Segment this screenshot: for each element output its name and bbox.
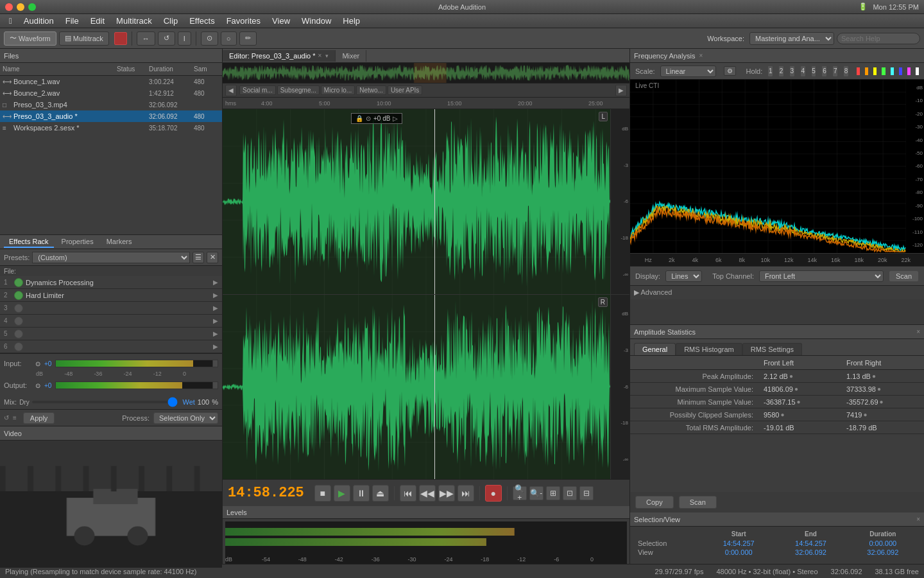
menu-effects[interactable]: Effects	[184, 15, 220, 27]
freq-scan-button[interactable]: Scan	[889, 270, 919, 282]
scale-select[interactable]: Linear Logarithmic	[660, 66, 716, 77]
zoom-selection-button[interactable]: ⊡	[563, 486, 577, 500]
effect-row-2[interactable]: 2 Hard Limiter ▶	[0, 289, 222, 302]
maximize-button[interactable]	[28, 3, 36, 11]
top-channel-waveform[interactable]: 🔒 ⊙ +0 dB ▷ L dB -3 -6 -18 -∞	[223, 109, 629, 295]
eject-button[interactable]: ⏏	[372, 485, 389, 502]
freq-close-icon[interactable]: ×	[699, 52, 703, 59]
menu-audition[interactable]: Audition	[19, 15, 59, 27]
waveform-ruler[interactable]: hms 4:00 5:00 10:00 15:00 20:00 25:00	[223, 98, 629, 109]
menu-file[interactable]: File	[60, 15, 84, 27]
editor-tab-arrow[interactable]: ▾	[325, 53, 329, 59]
presets-save-button[interactable]: ☰	[193, 252, 204, 263]
zoom-in-button[interactable]: 🔍+	[513, 486, 527, 500]
amp-tab-histogram[interactable]: RMS Histogram	[676, 343, 742, 355]
amp-tab-general[interactable]: General	[634, 343, 676, 355]
hold-btn-1[interactable]: 1	[767, 66, 773, 77]
list-icon[interactable]: ≡	[13, 414, 17, 421]
file-item-bounce2[interactable]: ⟷ Bounce_2.wav 1:42.912 480	[0, 87, 222, 99]
bottom-channel-waveform[interactable]: R dB -3 -6 -18 -∞	[223, 295, 629, 480]
amp-close-icon[interactable]: ×	[916, 328, 920, 335]
loop-icon[interactable]: ↺	[4, 414, 9, 421]
menu-apple[interactable]: 	[4, 15, 17, 27]
sel-close-icon[interactable]: ×	[916, 516, 920, 523]
menu-view[interactable]: View	[267, 15, 295, 27]
effect-power-button[interactable]	[14, 278, 23, 287]
display-select[interactable]: Lines Bars	[665, 270, 702, 282]
menu-favorites[interactable]: Favorites	[221, 15, 266, 27]
hold-btn-2[interactable]: 2	[778, 66, 784, 77]
mix-slider[interactable]	[32, 401, 178, 403]
waveform-overview[interactable]	[223, 63, 629, 83]
pause-button[interactable]: ⏸	[353, 485, 370, 502]
advanced-toggle[interactable]: ▶ Advanced	[634, 288, 672, 297]
tool-pencil[interactable]: ✏	[239, 31, 257, 46]
tab-markers[interactable]: Markers	[101, 236, 137, 248]
freq-settings-button[interactable]: ⚙	[724, 66, 736, 76]
frequency-graph[interactable]: Live CTI dB -10 -20 -30 -40 -50 -60 -70 …	[630, 80, 924, 253]
zoom-all-button[interactable]: ⊟	[579, 486, 594, 500]
menu-clip[interactable]: Clip	[158, 15, 183, 27]
nav-back-button[interactable]: ◀	[225, 85, 237, 96]
effect-row-1[interactable]: 1 Dynamics Processing ▶	[0, 276, 222, 289]
process-select[interactable]: Selection Only Entire File	[153, 412, 218, 424]
workspace-select[interactable]: Mastering and Ana...	[749, 32, 834, 45]
waveform-mode-button[interactable]: 〜 Waveform	[4, 31, 56, 46]
skip-end-button[interactable]: ⏭	[458, 485, 474, 502]
amp-tab-settings[interactable]: RMS Settings	[742, 343, 802, 355]
presets-select[interactable]: (Custom)	[32, 252, 190, 263]
skip-start-button[interactable]: ⏮	[400, 485, 416, 502]
tool-lasso[interactable]: ⊙	[201, 31, 218, 46]
effect-row-3[interactable]: 3 ▶	[0, 302, 222, 315]
prev-frame-button[interactable]: ◀◀	[419, 485, 436, 502]
editor-tab-close-icon[interactable]: ×	[318, 52, 322, 59]
top-channel-select[interactable]: Front Left Front Right	[759, 270, 884, 282]
hold-btn-8[interactable]: 8	[843, 66, 849, 77]
record-button[interactable]: ●	[485, 485, 502, 502]
file-item-audio-selected[interactable]: ⟷ Preso_03_3_audio * 32:06.092 480	[0, 110, 222, 122]
presets-delete-button[interactable]: ✕	[207, 252, 218, 263]
effect-row-5[interactable]: 5 ▶	[0, 328, 222, 340]
file-item-mp4[interactable]: □ Preso_03_3.mp4 32:06.092	[0, 99, 222, 110]
menu-help[interactable]: Help	[338, 15, 365, 27]
zoom-fit-button[interactable]: ⊞	[546, 486, 560, 500]
input-knob-icon[interactable]: ⊙	[35, 360, 40, 367]
hold-btn-3[interactable]: 3	[789, 66, 795, 77]
play-button[interactable]: ▶	[334, 485, 350, 502]
hold-btn-4[interactable]: 4	[800, 66, 806, 77]
next-frame-button[interactable]: ▶▶	[438, 485, 455, 502]
hold-btn-5[interactable]: 5	[811, 66, 817, 77]
effect-row-4[interactable]: 4 ▶	[0, 315, 222, 328]
output-knob-icon[interactable]: ⊙	[35, 382, 40, 389]
editor-tab-main[interactable]: Editor: Preso_03_3_audio * × ▾	[223, 50, 336, 62]
menu-edit[interactable]: Edit	[85, 15, 110, 27]
multitrack-mode-button[interactable]: ▤ Multitrack	[59, 31, 109, 46]
zoom-out-button[interactable]: 🔍-	[529, 486, 543, 500]
mixer-tab[interactable]: Mixer	[336, 50, 366, 62]
gain-expand-icon[interactable]: ▷	[393, 115, 398, 122]
menu-multitrack[interactable]: Multitrack	[111, 15, 157, 27]
close-button[interactable]	[5, 3, 13, 11]
effect-power-button[interactable]	[14, 291, 23, 300]
tool-selection[interactable]: ↔	[137, 31, 155, 46]
tool-razor[interactable]: I	[178, 31, 191, 46]
tool-brush[interactable]: ○	[221, 31, 237, 46]
amp-scan-button[interactable]: Scan	[679, 496, 717, 509]
effect-row-6[interactable]: 6 ▶	[0, 340, 222, 353]
bottom-panels-row: Levels	[223, 506, 629, 564]
apply-button[interactable]: Apply	[23, 412, 55, 424]
file-item-bounce1[interactable]: ⟷ Bounce_1.wav 3:00.224 480	[0, 76, 222, 87]
waveform-area[interactable]: 🔒 ⊙ +0 dB ▷ L dB -3 -6 -18 -∞	[223, 109, 629, 479]
file-item-session[interactable]: ≡ Workspaces 2.sesx * 35:18.702 480	[0, 122, 222, 134]
nav-forward-button[interactable]: ▶	[615, 85, 627, 96]
amp-copy-button[interactable]: Copy	[635, 496, 674, 509]
hold-btn-7[interactable]: 7	[832, 66, 838, 77]
tool-move[interactable]: ↺	[158, 31, 175, 46]
minimize-button[interactable]	[17, 3, 24, 11]
hold-btn-6[interactable]: 6	[821, 66, 827, 77]
menu-window[interactable]: Window	[296, 15, 336, 27]
stop-button[interactable]: ■	[314, 485, 331, 502]
tab-properties[interactable]: Properties	[56, 236, 99, 248]
search-input[interactable]	[837, 33, 920, 44]
tab-effects-rack[interactable]: Effects Rack	[4, 236, 54, 248]
